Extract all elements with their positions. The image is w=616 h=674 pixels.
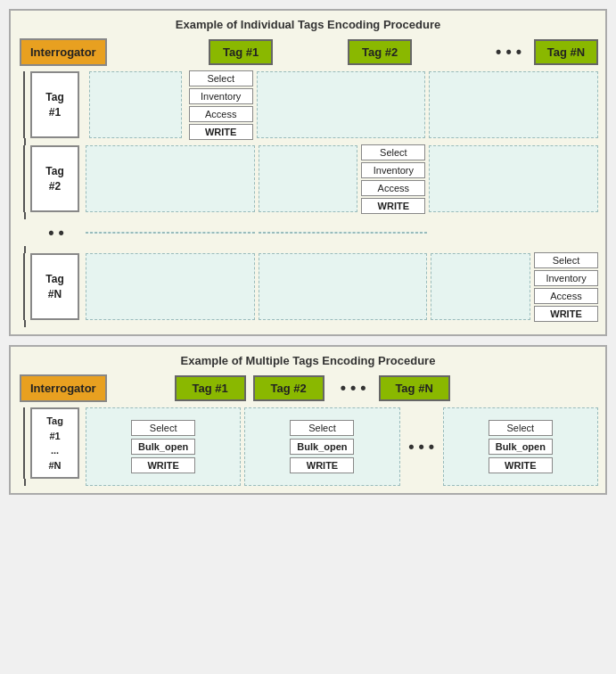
cmd-write-rn-d1: WRITE — [534, 306, 598, 322]
dash-dots-c1-d1 — [86, 232, 255, 234]
cmd-select-cN-d2: Select — [489, 420, 553, 436]
dash-rn-c2-d1 — [259, 253, 428, 320]
dash-rn-c3-d1 — [431, 253, 530, 320]
tag-all-left-d2: Tag#1...#N — [30, 407, 79, 479]
tag2-left-d1: Tag#2 — [30, 145, 79, 212]
cmd-access-rn-d1: Access — [534, 288, 598, 304]
tag-header-2-d1: Tag #2 — [348, 39, 412, 65]
dash-r2c1-d1 — [86, 145, 255, 212]
cmd-write-c2-d2: WRITE — [290, 457, 354, 473]
tagN-left-d1: Tag#N — [30, 253, 79, 320]
dash-r1c2-d1 — [257, 71, 426, 138]
cmds-r2-d1: Select Inventory Access WRITE — [361, 145, 425, 212]
dash-rn-c1-d1 — [86, 253, 255, 320]
cmd-bulkopen-cN-d2: Bulk_open — [489, 439, 553, 455]
diagram2-container: Example of Multiple Tags Encoding Proced… — [9, 345, 607, 495]
tag-header-1-d1: Tag #1 — [209, 39, 273, 65]
tag1-left-d1: Tag#1 — [30, 71, 79, 138]
cmd-inventory-r1-d1: Inventory — [189, 88, 253, 104]
tag-header-n-d2: Tag #N — [379, 375, 450, 401]
cmd-access-r1-d1: Access — [189, 106, 253, 122]
cmd-write-r2-d1: WRITE — [361, 198, 425, 214]
dash-r2c2-d1 — [259, 145, 358, 212]
dash-r1c1-d1 — [89, 71, 182, 138]
cmds-r1-d1: Select Inventory Access WRITE — [189, 71, 253, 138]
interrogator-label-d2: Interrogator — [20, 374, 107, 402]
cmd-select-c2-d2: Select — [290, 420, 354, 436]
dash-dots-c2-d1 — [259, 232, 428, 234]
col1-d2: Select Bulk_open WRITE — [86, 407, 241, 486]
cmd-bulkopen-c1-d2: Bulk_open — [131, 439, 195, 455]
cmd-select-r2-d1: Select — [361, 144, 425, 160]
cmd-write-c1-d2: WRITE — [131, 457, 195, 473]
cmd-write-cN-d2: WRITE — [489, 457, 553, 473]
diagram1-title: Example of Individual Tags Encoding Proc… — [18, 18, 598, 31]
tag-header-2-d2: Tag #2 — [253, 375, 324, 401]
tag-header-1-d2: Tag #1 — [175, 375, 246, 401]
dots-d1: • • • — [487, 43, 530, 62]
diagram2-title: Example of Multiple Tags Encoding Proced… — [18, 354, 598, 367]
dash-r2c3-d1 — [429, 145, 598, 212]
cmds-rn-d1: Select Inventory Access WRITE — [534, 253, 598, 320]
interrogator-label-d1: Interrogator — [20, 38, 107, 66]
cmd-inventory-r2-d1: Inventory — [361, 162, 425, 178]
cmd-select-r1-d1: Select — [189, 70, 253, 86]
cmd-write-r1-d1: WRITE — [189, 124, 253, 140]
diagram1-container: Example of Individual Tags Encoding Proc… — [9, 9, 607, 336]
cmd-access-r2-d1: Access — [361, 180, 425, 196]
col2-d2: Select Bulk_open WRITE — [244, 407, 399, 486]
cmd-select-rn-d1: Select — [534, 252, 598, 268]
colN-d2: Select Bulk_open WRITE — [443, 407, 598, 486]
cmd-select-c1-d2: Select — [131, 420, 195, 436]
dots-col-d2: • • • — [404, 407, 439, 486]
cmd-inventory-rn-d1: Inventory — [534, 270, 598, 286]
dots-left-d1: • • — [30, 224, 82, 242]
dash-r1c3-d1 — [429, 71, 598, 138]
cmd-bulkopen-c2-d2: Bulk_open — [290, 439, 354, 455]
dots-d2: • • • — [332, 379, 375, 398]
tag-header-n-d1: Tag #N — [534, 39, 598, 65]
